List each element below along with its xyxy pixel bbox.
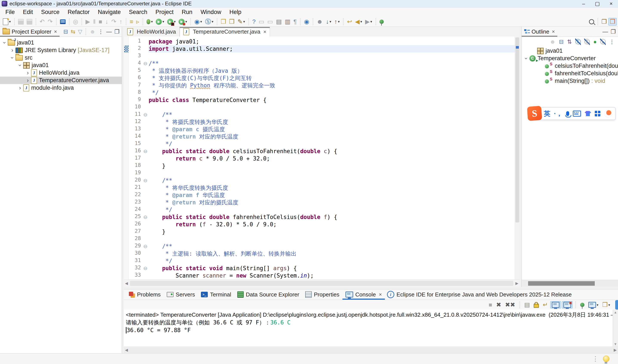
- bottom-tab-data-source-explorer[interactable]: Data Source Explorer: [234, 289, 302, 300]
- open-resource-icon[interactable]: ▥: [283, 18, 292, 26]
- resume-icon[interactable]: ▶: [84, 18, 92, 26]
- search-flashlight-icon[interactable]: ◎: [71, 18, 80, 26]
- menu-file[interactable]: File: [1, 8, 19, 17]
- chevron-collapsed-icon[interactable]: ›: [9, 47, 15, 53]
- scroll-down-arrow[interactable]: ▼: [613, 342, 618, 346]
- fold-collapse-icon[interactable]: ⊖: [142, 213, 149, 221]
- highlighter-icon[interactable]: ▭: [257, 18, 266, 26]
- tree-item-helloworld-java[interactable]: ›JHelloWorld.java: [0, 69, 122, 77]
- notification-bulb-icon[interactable]: [603, 356, 609, 362]
- tree-item-celsiustofahrenheit-double[interactable]: ScelsiusToFahrenheit(double): [522, 62, 618, 70]
- minimize-button[interactable]: –: [577, 0, 591, 7]
- tree-item-java01[interactable]: ›java01: [0, 39, 122, 46]
- bottom-tab-servers[interactable]: Servers: [164, 289, 198, 300]
- fold-collapse-icon[interactable]: ⊖: [142, 148, 149, 155]
- close-icon[interactable]: ×: [552, 29, 555, 35]
- new-web-wizard-icon[interactable]: ◉▾: [193, 18, 203, 26]
- scroll-left-arrow[interactable]: ◀: [124, 348, 129, 352]
- redo-icon[interactable]: ↷: [46, 18, 54, 26]
- restore-icon[interactable]: ❐: [610, 28, 617, 35]
- bottom-tab-console[interactable]: Console×: [342, 289, 385, 300]
- outline-horizontal-scrollbar[interactable]: [522, 280, 618, 287]
- close-icon[interactable]: ×: [54, 29, 57, 35]
- bottom-tab-terminal[interactable]: >_Terminal: [198, 289, 234, 300]
- previous-annotation-icon[interactable]: ↑▾: [333, 18, 341, 26]
- restore-icon[interactable]: ❐: [113, 28, 120, 35]
- forward-icon[interactable]: ▶▾: [363, 18, 374, 26]
- ime-english-mode-icon[interactable]: 英: [544, 109, 550, 118]
- scrollbar-thumb[interactable]: [130, 281, 513, 286]
- hide-fields-icon[interactable]: Ⓕ: [574, 38, 582, 46]
- chevron-expanded-icon[interactable]: ›: [17, 62, 24, 69]
- sogou-logo-icon[interactable]: S: [527, 106, 542, 121]
- open-type-icon[interactable]: ▤: [274, 18, 283, 26]
- hide-non-public-icon[interactable]: ●: [592, 38, 598, 46]
- scroll-right-arrow[interactable]: ▶: [612, 348, 618, 352]
- chevron-expanded-icon[interactable]: ›: [523, 55, 529, 62]
- next-annotation-icon[interactable]: ↓▾: [324, 18, 333, 26]
- collaboration-icon[interactable]: ☻: [548, 38, 557, 46]
- tree-item-jre-system-library[interactable]: ›JRE System Library[JavaSE-17]: [0, 46, 122, 54]
- maximize-button[interactable]: ▢: [591, 0, 604, 7]
- scrollbar-thumb[interactable]: [528, 281, 595, 286]
- chevron-collapsed-icon[interactable]: ›: [25, 77, 31, 84]
- ime-mascot-icon[interactable]: [604, 110, 612, 117]
- ime-skin-icon[interactable]: [585, 111, 591, 116]
- pin-editor-icon[interactable]: [378, 19, 385, 25]
- project-explorer-tab[interactable]: Project Explorer ×: [0, 27, 60, 37]
- close-icon[interactable]: ×: [379, 291, 382, 298]
- link-with-editor-icon[interactable]: ⇆: [70, 28, 77, 35]
- ime-punctuation-icon[interactable]: ·，: [554, 109, 563, 118]
- display-selected-console-icon[interactable]: ▾: [587, 301, 600, 309]
- outline-tab[interactable]: Outline ×: [522, 27, 557, 37]
- chevron-expanded-icon[interactable]: ›: [9, 55, 16, 61]
- scroll-left-arrow[interactable]: ◀: [124, 281, 129, 286]
- ime-microphone-icon[interactable]: [566, 111, 569, 116]
- tree-item-java01[interactable]: ›java01: [0, 62, 122, 69]
- hide-static-members-icon[interactable]: Ⓢ: [583, 38, 591, 46]
- ime-keyboard-icon[interactable]: [573, 111, 581, 117]
- scroll-right-arrow[interactable]: ▶: [514, 281, 520, 286]
- word-wrap-icon[interactable]: ↵: [541, 301, 549, 309]
- scroll-up-arrow[interactable]: ▲: [613, 311, 618, 314]
- toolbar-overflow-indicator[interactable]: [615, 300, 618, 310]
- chevron-collapsed-icon[interactable]: ›: [17, 85, 23, 91]
- last-edit-location-icon[interactable]: ↩: [346, 18, 353, 26]
- run-to-line-icon[interactable]: ▹: [135, 18, 141, 26]
- editor-area[interactable]: JHelloWorld.javaJTemperatureConverter.ja…: [124, 27, 520, 287]
- tree-item-temperatureconverter[interactable]: ›CTemperatureConverter: [522, 55, 618, 62]
- export-icon[interactable]: ❒: [228, 18, 236, 26]
- context-help-icon[interactable]: ?: [251, 18, 257, 26]
- menu-search[interactable]: Search: [125, 8, 152, 17]
- step-return-icon[interactable]: ↑: [118, 18, 124, 26]
- minimize-icon[interactable]: —: [601, 28, 609, 35]
- fold-collapse-icon[interactable]: ⊖: [142, 177, 149, 184]
- fold-collapse-icon[interactable]: ⊖: [142, 243, 149, 250]
- pin-console-icon[interactable]: [579, 302, 586, 308]
- tree-item-java01[interactable]: java01: [522, 47, 618, 55]
- chevron-expanded-icon[interactable]: ›: [1, 39, 8, 46]
- fold-collapse-icon[interactable]: ⊖: [142, 265, 149, 272]
- filter-icon[interactable]: ▽: [77, 28, 83, 35]
- tree-item-temperatureconverter-java[interactable]: ›JTemperatureConverter.java: [0, 77, 122, 84]
- run-icon[interactable]: ▶▾: [154, 18, 166, 25]
- editor-tab-helloworld-java[interactable]: JHelloWorld.java: [124, 27, 180, 37]
- close-button[interactable]: ×: [604, 0, 618, 7]
- scrollbar-thumb[interactable]: [515, 38, 519, 222]
- fold-collapse-icon[interactable]: ⊖: [142, 60, 149, 67]
- editor-body[interactable]: 1package java01;2import java.util.Scanne…: [124, 37, 520, 280]
- menu-source[interactable]: Source: [37, 8, 64, 17]
- terminate-icon[interactable]: ■: [97, 18, 104, 26]
- tree-item-src[interactable]: ›src: [0, 54, 122, 62]
- java-ee-perspective-icon[interactable]: ❒: [608, 18, 617, 26]
- editor-horizontal-scrollbar[interactable]: ◀ ▶: [124, 279, 520, 287]
- menu-window[interactable]: Window: [196, 8, 225, 17]
- collaboration-icon[interactable]: ☻: [89, 28, 96, 35]
- remove-all-terminated-icon[interactable]: ✖✖: [503, 301, 517, 309]
- menu-edit[interactable]: Edit: [19, 8, 37, 17]
- import-icon[interactable]: ❒: [219, 18, 228, 26]
- console-horizontal-scrollbar[interactable]: ◀ ▶: [124, 347, 618, 353]
- annotate-pen-icon[interactable]: ✎▾: [236, 18, 246, 26]
- fold-collapse-icon[interactable]: ⊖: [142, 111, 149, 118]
- overview-annotation-mark[interactable]: [516, 46, 519, 49]
